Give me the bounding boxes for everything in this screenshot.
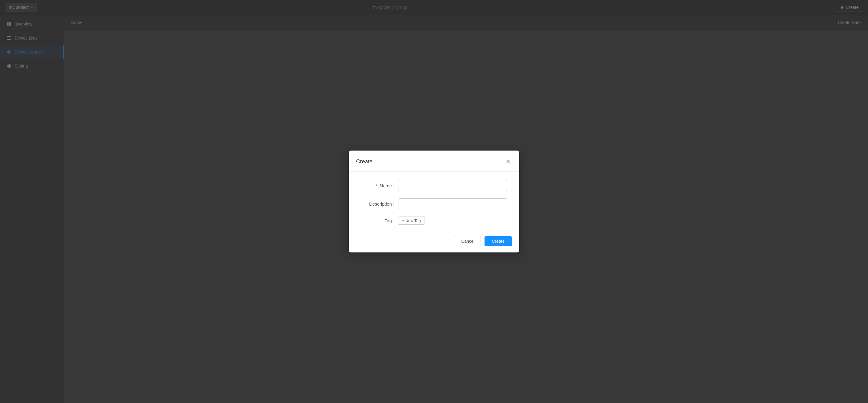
description-label-text: Description : [369, 201, 395, 206]
modal-footer: Cancel Create [349, 231, 519, 253]
close-icon: ✕ [505, 158, 511, 165]
description-input[interactable] [398, 198, 507, 209]
name-input[interactable] [398, 180, 507, 191]
name-label: * Name : [361, 183, 395, 188]
modal-body: * Name : Description : Tag : + New Tag [349, 172, 519, 231]
cancel-label: Cancel [461, 239, 474, 244]
cancel-button[interactable]: Cancel [455, 236, 481, 246]
tag-field-row: Tag : + New Tag [361, 216, 507, 225]
modal-header: Create ✕ [349, 150, 519, 172]
modal-title: Create [356, 159, 373, 165]
new-tag-button[interactable]: + New Tag [398, 216, 425, 225]
new-tag-label: + New Tag [402, 219, 421, 223]
create-modal: Create ✕ * Name : Description : [349, 150, 519, 253]
create-button[interactable]: Create [485, 236, 512, 246]
required-indicator: * [376, 183, 377, 188]
modal-overlay: Create ✕ * Name : Description : [0, 0, 868, 403]
tag-label: Tag : [361, 218, 395, 223]
description-field-row: Description : [361, 198, 507, 209]
description-label: Description : [361, 201, 395, 206]
name-field-row: * Name : [361, 180, 507, 191]
name-label-text: Name : [380, 183, 395, 188]
modal-close-button[interactable]: ✕ [504, 157, 512, 166]
create-label: Create [492, 239, 505, 244]
